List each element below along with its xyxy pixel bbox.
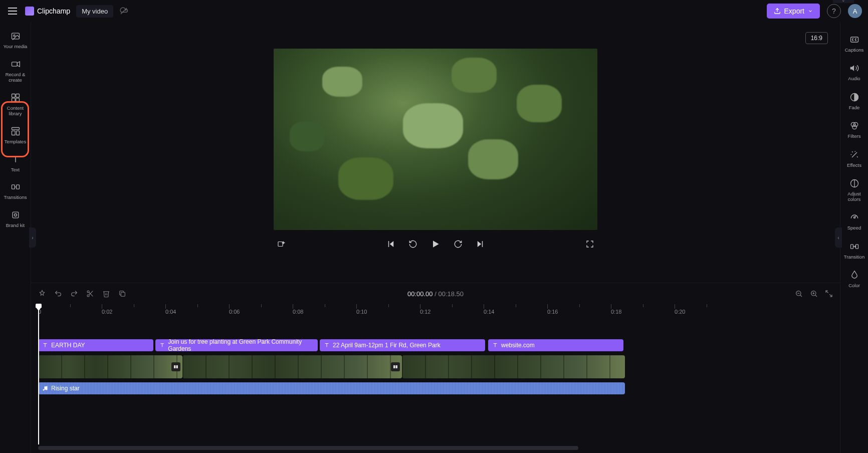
rsb-effects[interactable]: Effects <box>840 144 868 173</box>
export-button[interactable]: Export <box>767 4 820 19</box>
video-preview[interactable] <box>274 49 597 230</box>
svg-point-23 <box>87 291 89 293</box>
svg-line-32 <box>815 295 817 297</box>
sidebar-transitions[interactable]: Transitions <box>0 177 31 205</box>
svg-marker-20 <box>433 241 439 247</box>
timeline-collapse-handle[interactable]: ⌄ <box>833 0 854 3</box>
transition-marker[interactable] <box>171 362 180 371</box>
undo-button[interactable] <box>54 290 62 298</box>
help-button[interactable]: ? <box>827 4 841 18</box>
transitions-icon <box>10 181 21 192</box>
split-button[interactable] <box>86 290 94 298</box>
video-clip[interactable] <box>182 355 402 378</box>
preview-area: 16:9 <box>31 22 840 283</box>
svg-marker-21 <box>478 241 482 247</box>
audio-clip[interactable]: Rising star <box>38 382 625 394</box>
playhead[interactable] <box>38 304 39 444</box>
redo-button[interactable] <box>70 290 78 298</box>
svg-rect-22 <box>482 241 483 247</box>
ruler-label: 0:06 <box>229 309 240 315</box>
svg-line-0 <box>121 8 127 14</box>
captions-icon <box>849 34 860 45</box>
timeline-panel: ⌄ 00:00.00 / 00:18.50 <box>31 283 840 453</box>
text-icon <box>492 342 498 348</box>
media-icon <box>10 31 21 42</box>
skip-back-button[interactable] <box>386 240 395 249</box>
project-title[interactable]: My video <box>76 5 113 18</box>
transition-marker[interactable] <box>391 362 400 371</box>
rsb-audio[interactable]: Audio <box>840 58 868 86</box>
left-sidebar: Your media Record & create Content libra… <box>0 22 31 453</box>
video-clip[interactable] <box>38 355 182 378</box>
auto-enhance-button[interactable] <box>277 240 286 249</box>
playback-time: 00:00.00 / 00:18.50 <box>407 290 464 298</box>
right-sidebar: Captions Audio Fade Filters Effects Adju… <box>840 22 868 453</box>
play-button[interactable] <box>430 239 441 249</box>
text-icon <box>159 342 165 348</box>
rsb-captions[interactable]: Captions <box>840 29 868 58</box>
svg-rect-6 <box>12 94 15 97</box>
sidebar-content-library[interactable]: Content library <box>0 88 31 121</box>
sidebar-templates[interactable]: Templates <box>0 121 31 149</box>
timeline-scrollbar[interactable] <box>38 446 833 450</box>
rsb-speed[interactable]: Speed <box>840 207 868 236</box>
rewind-button[interactable] <box>408 240 417 249</box>
right-sidebar-collapse-handle[interactable]: ‹ <box>835 228 842 248</box>
skip-forward-button[interactable] <box>476 240 485 249</box>
ruler-label: 0:18 <box>611 309 621 315</box>
camera-icon <box>10 59 21 70</box>
ruler-label: 0:10 <box>356 309 367 315</box>
rsb-filters[interactable]: Filters <box>840 115 868 144</box>
svg-point-47 <box>852 125 856 129</box>
fade-icon <box>849 92 860 103</box>
zoom-in-button[interactable] <box>810 290 818 298</box>
text-clip[interactable]: EARTH DAY <box>38 339 153 351</box>
cloud-sync-icon[interactable] <box>119 7 128 16</box>
text-icon <box>10 154 21 165</box>
timeline-tracks: EARTH DAYJoin us for tree planting at Gr… <box>38 317 840 444</box>
text-clip[interactable]: website.com <box>488 339 623 351</box>
duplicate-button[interactable] <box>118 290 126 298</box>
sidebar-text[interactable]: Text <box>0 149 31 177</box>
svg-rect-39 <box>393 365 395 368</box>
svg-line-29 <box>800 295 802 297</box>
audio-icon <box>849 63 860 74</box>
video-clip[interactable] <box>402 355 625 378</box>
zoom-out-button[interactable] <box>795 290 803 298</box>
menu-button[interactable] <box>6 6 19 17</box>
text-clip[interactable]: Join us for tree planting at Green Park … <box>155 339 318 351</box>
fullscreen-button[interactable] <box>585 240 594 249</box>
svg-line-35 <box>826 291 828 293</box>
svg-marker-18 <box>390 241 394 247</box>
svg-rect-38 <box>176 365 178 368</box>
rsb-fade[interactable]: Fade <box>840 87 868 115</box>
timeline-ruler[interactable]: 00:020:040:060:080:100:120:140:160:180:2… <box>38 304 840 317</box>
delete-button[interactable] <box>102 290 110 298</box>
svg-point-16 <box>14 214 17 216</box>
svg-rect-43 <box>850 37 858 42</box>
rsb-color[interactable]: Color <box>840 265 868 293</box>
app-logo[interactable]: Clipchamp <box>25 7 70 16</box>
sidebar-brand-kit[interactable]: Brand kit <box>0 205 31 233</box>
sidebar-record-create[interactable]: Record & create <box>0 54 31 88</box>
ruler-label: 0:02 <box>102 309 112 315</box>
ruler-label: 0:16 <box>547 309 558 315</box>
rsb-transition[interactable]: Transition <box>840 236 868 265</box>
playback-controls <box>274 230 597 256</box>
forward-button[interactable] <box>454 240 463 249</box>
effects-icon <box>849 149 860 160</box>
svg-rect-8 <box>12 98 15 102</box>
user-avatar[interactable]: A <box>848 4 862 18</box>
svg-point-42 <box>46 389 48 390</box>
zoom-fit-button[interactable] <box>825 290 833 298</box>
ruler-label: 0:04 <box>165 309 176 315</box>
svg-rect-12 <box>16 131 19 135</box>
auto-compose-button[interactable] <box>38 290 46 298</box>
adjust-icon <box>849 178 860 189</box>
text-icon <box>324 342 330 348</box>
aspect-ratio-button[interactable]: 16:9 <box>805 32 828 44</box>
text-clip[interactable]: 22 April 9am-12pm 1 Fir Rd, Green Park <box>320 339 485 351</box>
rsb-adjust-colors[interactable]: Adjust colors <box>840 173 868 207</box>
svg-point-24 <box>87 295 89 297</box>
sidebar-your-media[interactable]: Your media <box>0 26 31 54</box>
